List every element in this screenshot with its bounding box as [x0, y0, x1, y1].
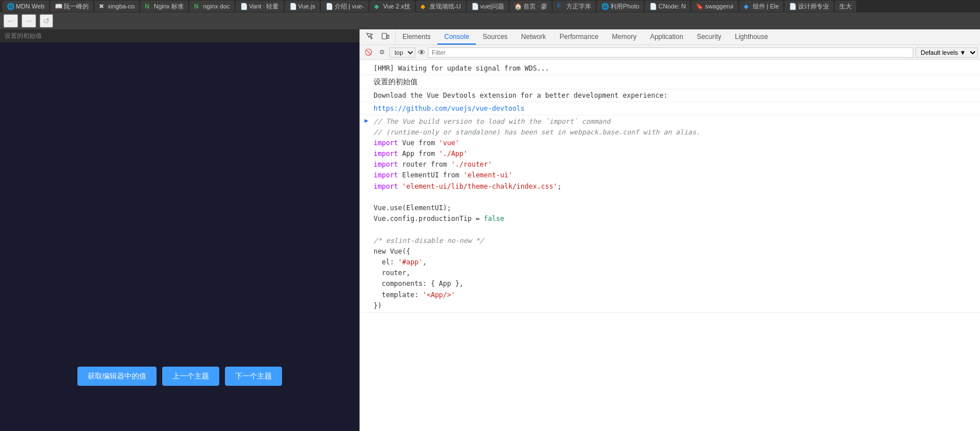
tab-favicon: F [557, 3, 564, 10]
tab-bar: 🌐 MDN Web 📖 阮一峰的 ✖ xingba-co N Nginx 标准 … [0, 0, 980, 12]
tab-label: Vant · 轻量 [249, 2, 279, 11]
tab-label: Nginx 标准 [154, 2, 184, 11]
tab-cnode[interactable]: 📄 CNode: N [645, 1, 690, 12]
tab-element[interactable]: ◆ 组件 | Ele [739, 1, 784, 12]
tab-label: 生大 [839, 2, 852, 11]
console-clear-button[interactable]: 🚫 [362, 48, 375, 56]
hmr-text: [HMR] Waiting for update signal from WDS… [374, 64, 549, 72]
tab-label: CNode: N [658, 3, 686, 10]
code-line-5: import router from './router' [374, 159, 975, 170]
inspect-element-button[interactable] [362, 30, 377, 44]
code-line-18: }) [374, 301, 975, 311]
code-line-11 [374, 224, 975, 235]
chinese-text: 设置的初始值 [374, 77, 418, 86]
webpage-panel: 设置的初始值 获取编辑器中的值 上一个主题 下一个主题 [0, 29, 359, 431]
tab-liao[interactable]: 🏠 首页 · 廖 [510, 1, 552, 12]
tab-other[interactable]: 生大 [835, 1, 856, 12]
console-line-download: Download the Vue Devtools extension for … [360, 89, 980, 102]
tab-label: 利用Photo [610, 2, 639, 11]
tab-vue2[interactable]: ◆ Vue 2.x技 [370, 1, 415, 12]
code-line-9: Vue.use(ElementUI); [374, 203, 975, 214]
tab-favicon: ◆ [744, 3, 751, 10]
eye-icon[interactable]: 👁 [418, 48, 426, 57]
tab-label: MDN Web [16, 3, 45, 10]
tab-vue-issue[interactable]: 📄 vue|问题 [467, 1, 509, 12]
tab-favicon: 📄 [240, 3, 247, 10]
code-line-4: import App from './App' [374, 149, 975, 159]
tab-favicon: ✖ [99, 3, 106, 10]
console-context-select[interactable]: top [389, 47, 415, 58]
tab-mdn[interactable]: 🌐 MDN Web [2, 1, 49, 12]
svg-rect-1 [387, 35, 389, 38]
tab-memory[interactable]: Memory [605, 29, 643, 45]
code-line-2: // (runtime-only or standalone) has been… [374, 127, 975, 138]
device-toolbar-button[interactable] [378, 30, 393, 44]
download-text: Download the Vue Devtools extension for … [374, 92, 667, 99]
console-settings-button[interactable]: ⚙ [377, 48, 387, 56]
devtools-top-icons [360, 30, 396, 44]
console-line-chinese: 设置的初始值 [360, 75, 980, 89]
console-filter-input[interactable] [428, 47, 913, 58]
code-line-16: components: { App }, [374, 278, 975, 289]
tab-vant[interactable]: 📄 Vant · 轻量 [236, 1, 284, 12]
code-line-14: el: '#app', [374, 257, 975, 268]
devtools-link[interactable]: https://github.com/vuejs/vue-devtools [374, 105, 524, 112]
tab-elements[interactable]: Elements [396, 29, 437, 45]
next-theme-button[interactable]: 下一个主题 [225, 367, 282, 386]
tab-performance[interactable]: Performance [553, 29, 605, 45]
tab-xingba[interactable]: ✖ xingba-co [94, 1, 140, 12]
code-line-15: router, [374, 268, 975, 278]
webpage-buttons: 获取编辑器中的值 上一个主题 下一个主题 [66, 355, 293, 397]
tab-application[interactable]: Application [643, 29, 690, 45]
console-output: [HMR] Waiting for update signal from WDS… [360, 60, 980, 431]
tab-swagger[interactable]: 🔖 swaggerui [691, 1, 738, 12]
svg-rect-0 [382, 33, 387, 39]
tab-nginx1[interactable]: N Nginx 标准 [140, 1, 188, 12]
tab-favicon: 📖 [55, 3, 62, 10]
tab-network[interactable]: Network [514, 29, 553, 45]
back-button[interactable]: ← [3, 14, 18, 28]
tab-lighthouse[interactable]: Lighthouse [728, 29, 775, 45]
tab-label: 阮一峰的 [64, 2, 89, 11]
tab-intro[interactable]: 📄 介绍 | vue- [321, 1, 368, 12]
tab-nginx2[interactable]: N nginx doc [189, 1, 234, 12]
tab-favicon: 📄 [326, 3, 332, 10]
code-line-1: // The Vue build version to load with th… [374, 116, 975, 127]
tab-label: 首页 · 廖 [523, 2, 547, 11]
webpage-header-text: 设置的初始值 [5, 32, 42, 39]
browser-chrome: 🌐 MDN Web 📖 阮一峰的 ✖ xingba-co N Nginx 标准 … [0, 0, 980, 29]
tab-favicon: 🌐 [601, 3, 608, 10]
code-arrow: ▶ [365, 116, 368, 126]
tab-favicon: N [194, 3, 201, 10]
forward-button[interactable]: → [21, 14, 36, 28]
tab-label: 发现墙纸-U [430, 2, 461, 11]
tab-label: 设计师专业 [798, 2, 829, 11]
tab-favicon: 📄 [649, 3, 656, 10]
get-value-button[interactable]: 获取编辑器中的值 [77, 367, 157, 386]
tab-console[interactable]: Console [437, 29, 476, 45]
console-line-hmr: [HMR] Waiting for update signal from WDS… [360, 62, 980, 75]
code-block: // The Vue build version to load with th… [374, 116, 975, 311]
console-levels-select[interactable]: Default levels ▼ [916, 47, 978, 58]
prev-theme-button[interactable]: 上一个主题 [162, 367, 219, 386]
code-line-8 [374, 192, 975, 203]
tab-wallpaper[interactable]: ◆ 发现墙纸-U [416, 1, 466, 12]
tab-sources[interactable]: Sources [476, 29, 514, 45]
tab-label: xingba-co [108, 3, 135, 10]
reload-button[interactable]: ↺ [40, 14, 53, 28]
tab-designer[interactable]: 📄 设计师专业 [784, 1, 834, 12]
tab-photo[interactable]: 🌐 利用Photo [597, 1, 644, 12]
tab-label: Vue 2.x技 [383, 2, 410, 11]
devtools-panel: Elements Console Sources Network Perform… [359, 29, 980, 431]
tab-favicon: ◆ [420, 3, 427, 10]
code-line-13: new Vue({ [374, 246, 975, 257]
tab-favicon: ◆ [374, 3, 381, 10]
tab-fzfont[interactable]: F 方正字库 [553, 1, 596, 12]
tab-vuejs[interactable]: 📄 Vue.js [285, 1, 320, 12]
tab-label: Vue.js [298, 3, 315, 10]
tab-favicon: 📄 [289, 3, 296, 10]
tab-ryfeng[interactable]: 📖 阮一峰的 [50, 1, 93, 12]
tab-security[interactable]: Security [690, 29, 728, 45]
code-line-6: import ElementUI from 'element-ui' [374, 170, 975, 181]
code-line-3: import Vue from 'vue' [374, 138, 975, 149]
